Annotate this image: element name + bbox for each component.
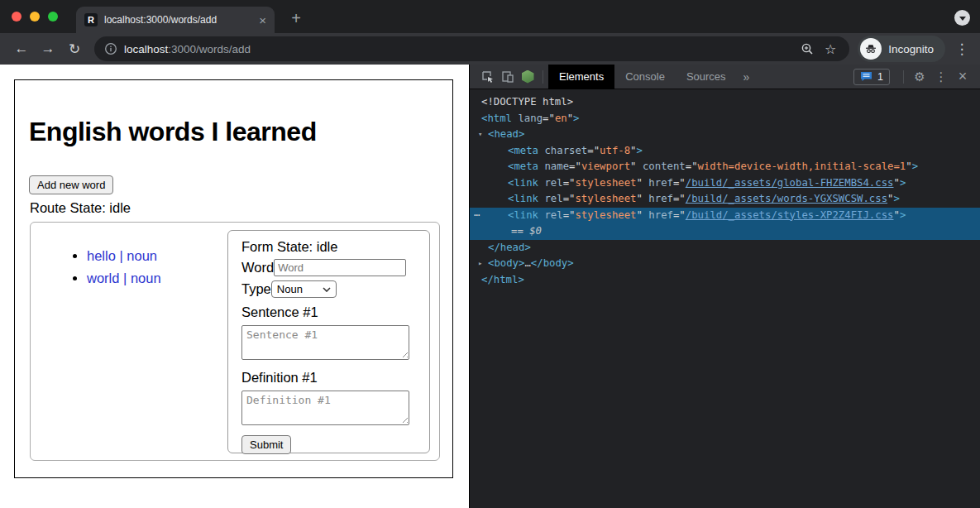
word-label: Word bbox=[241, 260, 274, 276]
code-token: stylesheet bbox=[575, 193, 636, 204]
code-token: width=device-width,initial-scale=1 bbox=[698, 161, 906, 172]
code-token: rel bbox=[538, 209, 563, 221]
code-token: /build/_assets/global-FHZEMBS4.css bbox=[686, 177, 894, 189]
dom-tree-line[interactable]: <!DOCTYPE html> bbox=[470, 94, 980, 111]
window-close-button[interactable] bbox=[12, 12, 22, 22]
code-token: lang bbox=[512, 113, 543, 124]
code-token: en bbox=[555, 113, 567, 124]
tab-sources[interactable]: Sources bbox=[676, 65, 737, 89]
code-token: == $0 bbox=[511, 225, 542, 237]
issues-bubble-icon bbox=[860, 71, 872, 82]
code-token: " bbox=[637, 193, 643, 204]
code-token: > bbox=[900, 177, 906, 189]
code-token: " bbox=[567, 113, 573, 124]
code-token: name bbox=[538, 161, 569, 172]
code-token: " bbox=[630, 161, 636, 172]
dom-tree-line[interactable]: </head> bbox=[470, 240, 980, 256]
code-token: =" bbox=[673, 177, 686, 189]
more-tabs-icon[interactable]: » bbox=[737, 70, 757, 84]
devtools-panel: Elements Console Sources » 1 ⚙ ⋮ × <!DOC… bbox=[469, 65, 980, 508]
code-token: <head> bbox=[488, 128, 524, 140]
code-token: utf-8 bbox=[600, 145, 630, 156]
type-label: Type bbox=[241, 281, 271, 297]
code-token: <link bbox=[508, 177, 538, 189]
word-input[interactable] bbox=[274, 259, 406, 276]
issues-badge[interactable]: 1 bbox=[853, 69, 890, 85]
word-link[interactable]: world | noun bbox=[87, 271, 161, 285]
code-token: viewport bbox=[581, 161, 630, 172]
code-token: <meta bbox=[508, 161, 538, 172]
tab-strip: R localhost:3000/words/add × + bbox=[0, 0, 980, 33]
dom-tree-line[interactable]: ▸<body>…</body> bbox=[470, 256, 980, 272]
code-token: " bbox=[637, 177, 643, 189]
bookmark-star-icon[interactable]: ☆ bbox=[821, 36, 839, 62]
new-tab-button[interactable]: + bbox=[284, 7, 308, 30]
collapse-arrow-icon[interactable]: ▾ bbox=[478, 127, 488, 143]
dom-tree-line[interactable]: ⋯<link rel="stylesheet" href="/build/_as… bbox=[470, 208, 980, 224]
select-chevron-icon bbox=[323, 287, 331, 292]
code-token: charset bbox=[538, 145, 587, 156]
tab-console[interactable]: Console bbox=[614, 65, 676, 89]
node-options-dots-icon[interactable]: ⋯ bbox=[474, 208, 479, 224]
dom-tree-line[interactable]: </html> bbox=[470, 272, 980, 289]
code-token: <link bbox=[508, 209, 538, 221]
word-link[interactable]: hello | noun bbox=[87, 248, 157, 263]
type-select[interactable]: Noun bbox=[271, 280, 337, 298]
code-token: <meta bbox=[508, 145, 538, 156]
devtools-menu-icon[interactable]: ⋮ bbox=[930, 69, 952, 84]
browser-menu-icon[interactable]: ⋮ bbox=[952, 41, 972, 58]
dom-tree-line[interactable]: ▾<head> bbox=[470, 127, 980, 143]
device-toolbar-icon[interactable] bbox=[498, 65, 518, 89]
submit-button[interactable]: Submit bbox=[241, 435, 291, 454]
chevron-down-icon bbox=[959, 17, 966, 21]
tab-title: localhost:3000/words/add bbox=[104, 14, 252, 26]
expand-arrow-icon[interactable]: ▸ bbox=[478, 256, 488, 272]
url-text: localhost:3000/words/add bbox=[124, 41, 251, 56]
add-new-word-button[interactable]: Add new word bbox=[29, 175, 113, 194]
code-token: content bbox=[637, 161, 686, 172]
page-info-icon[interactable] bbox=[104, 42, 117, 55]
dom-tree-line[interactable]: <html lang="en"> bbox=[470, 111, 980, 127]
code-token: href bbox=[643, 177, 673, 189]
definition-label: Definition #1 bbox=[241, 370, 416, 386]
inspect-element-icon[interactable] bbox=[478, 65, 498, 89]
code-token: <link bbox=[508, 193, 538, 204]
issues-count: 1 bbox=[877, 71, 883, 83]
dom-tree-line[interactable]: == $0 bbox=[470, 223, 980, 240]
tab-search-button[interactable] bbox=[954, 10, 970, 26]
address-bar[interactable]: localhost:3000/words/add ☆ bbox=[94, 36, 849, 61]
code-token: " bbox=[637, 209, 643, 221]
words-panel: hello | nounworld | noun Form State: idl… bbox=[30, 222, 440, 461]
code-token: " bbox=[893, 177, 899, 189]
tab-elements[interactable]: Elements bbox=[548, 65, 614, 89]
browser-tab[interactable]: R localhost:3000/words/add × bbox=[76, 7, 275, 33]
browser-toolbar: ← → ↻ localhost:3000/words/add ☆ bbox=[0, 33, 980, 65]
code-token: " bbox=[906, 161, 911, 172]
tab-close-icon[interactable]: × bbox=[259, 14, 266, 26]
code-token: /build/_assets/words-YGXSWCSW.css bbox=[686, 193, 887, 204]
code-token: =" bbox=[587, 145, 600, 156]
dom-tree-line[interactable]: <meta name="viewport" content="width=dev… bbox=[470, 159, 980, 175]
devtools-close-icon[interactable]: × bbox=[952, 68, 973, 85]
dom-tree-line[interactable]: <link rel="stylesheet" href="/build/_ass… bbox=[470, 175, 980, 192]
forward-button[interactable]: → bbox=[35, 36, 61, 62]
definition-textarea[interactable] bbox=[241, 391, 409, 425]
url-path: :3000/words/add bbox=[168, 43, 251, 55]
code-token: =" bbox=[563, 209, 576, 221]
dom-tree-line[interactable]: <meta charset="utf-8"> bbox=[470, 143, 980, 160]
zoom-icon[interactable] bbox=[801, 42, 815, 56]
extension-hexagon-icon[interactable] bbox=[518, 65, 538, 89]
reload-button[interactable]: ↻ bbox=[61, 36, 88, 62]
sentence-textarea[interactable] bbox=[241, 325, 409, 360]
code-token: > bbox=[637, 145, 643, 156]
back-button[interactable]: ← bbox=[8, 36, 35, 62]
window-minimize-button[interactable] bbox=[30, 12, 40, 22]
code-token: =" bbox=[686, 161, 698, 172]
incognito-icon bbox=[860, 38, 882, 60]
devtools-settings-icon[interactable]: ⚙ bbox=[909, 69, 930, 84]
toolbar-divider bbox=[543, 70, 543, 84]
window-maximize-button[interactable] bbox=[48, 12, 58, 22]
dom-tree-line[interactable]: <link rel="stylesheet" href="/build/_ass… bbox=[470, 191, 980, 208]
code-token: =" bbox=[569, 161, 581, 172]
incognito-badge: Incognito bbox=[858, 36, 945, 62]
